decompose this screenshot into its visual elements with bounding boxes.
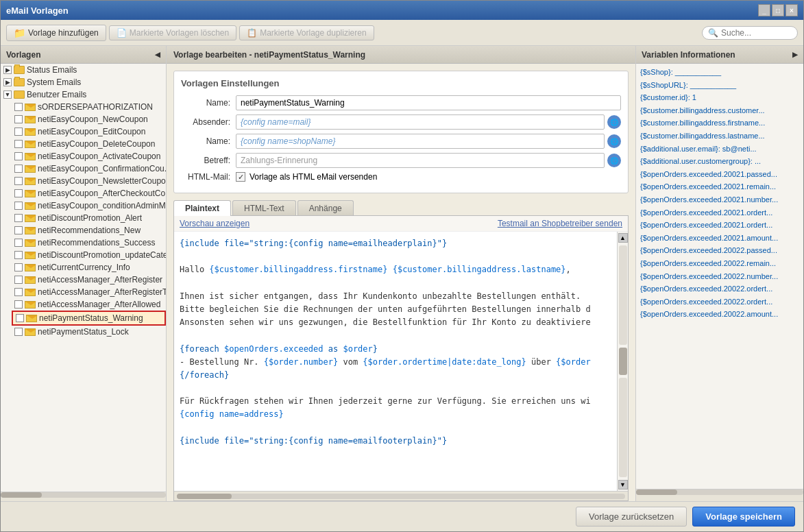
email-icon [25, 202, 36, 210]
globe-icon-2[interactable]: 🌐 [607, 134, 621, 148]
scroll-thumb[interactable] [619, 348, 627, 375]
search-input[interactable] [721, 28, 790, 38]
preview-button[interactable]: Vorschau anzeigen [180, 219, 249, 228]
duplicate-icon: 📋 [247, 28, 257, 38]
list-item[interactable]: netiCurrentCurrency_Info [12, 261, 166, 274]
search-icon: 🔍 [708, 28, 718, 38]
list-item[interactable]: netiEasyCoupon_NewsletterCoupo... [12, 175, 166, 187]
item-label: netiRecommendations_Success [38, 238, 155, 247]
editor-content[interactable]: {include file="string:{config name=email… [174, 232, 617, 491]
tab-anhaenge[interactable]: Anhänge [297, 200, 354, 216]
list-item[interactable]: netiAccessManager_AfterAllowed [12, 298, 166, 311]
list-item[interactable]: netiEasyCoupon_ConfirmationCou... [12, 162, 166, 175]
html-checkbox[interactable] [236, 172, 245, 182]
list-item[interactable]: netiEasyCoupon_EditCoupon [12, 125, 166, 138]
sender-name-row: Name: 🌐 [181, 134, 621, 149]
list-item[interactable]: netiRecommendations_New [12, 224, 166, 237]
item-label: netiDiscountPromotion_updateCate... [38, 250, 166, 260]
item-label: netiEasyCoupon_AfterCheckoutCo... [38, 189, 166, 198]
list-item[interactable]: netiDiscountPromotion_Alert [12, 212, 166, 224]
checkbox-icon [14, 239, 23, 247]
sender-name-label: Name: [181, 136, 236, 146]
reset-button[interactable]: Vorlage zurücksetzen [576, 507, 687, 527]
expand-benutzer-icon[interactable]: ▼ [3, 90, 12, 99]
maximize-button[interactable]: □ [772, 4, 784, 16]
collapse-icon[interactable]: ◀ [155, 51, 160, 58]
html-row: HTML-Mail: Vorlage als HTML eMail versen… [181, 172, 621, 182]
add-icon: 📁 [14, 27, 25, 38]
expand-status-icon[interactable]: ▶ [3, 66, 12, 74]
item-label: netiAccessManager_AfterAllowed [38, 300, 160, 309]
right-panel-scrollbar-h[interactable] [636, 489, 803, 501]
tab-content: Vorschau anzeigen Testmail an Shopbetrei… [173, 215, 629, 501]
checkbox-icon [14, 103, 23, 111]
testmail-button[interactable]: Testmail an Shopbetreiber senden [498, 219, 622, 228]
tab-toolbar: Vorschau anzeigen Testmail an Shopbetrei… [174, 216, 628, 232]
editor-h-scrollbar[interactable] [174, 491, 628, 500]
tab-html-text[interactable]: HTML-Text [232, 200, 296, 216]
variable-item: {$openOrders.exceeded.20021.ordert... [640, 219, 799, 232]
scroll-down-button[interactable]: ▼ [618, 480, 628, 489]
html-checkbox-text: Vorlage als HTML eMail versenden [249, 172, 377, 182]
email-icon [25, 264, 36, 271]
sidebar-item-system-emails[interactable]: ▶ System Emails [1, 76, 166, 88]
expand-right-icon[interactable]: ▶ [792, 51, 798, 58]
list-item[interactable]: sORDERSEPAATHORIZATION [12, 101, 166, 113]
item-label: netiEasyCoupon_DeleteCoupon [38, 139, 155, 149]
tab-bar: Plaintext HTML-Text Anhänge [173, 200, 629, 216]
sender-input[interactable] [236, 114, 605, 130]
globe-icon-1[interactable]: 🌐 [607, 115, 621, 129]
editor-scrollbar[interactable]: ▲ ▼ [617, 232, 628, 491]
email-icon [25, 190, 36, 197]
list-item[interactable]: netiRecommendations_Success [12, 237, 166, 249]
checkbox-icon [14, 288, 23, 296]
tab-plaintext[interactable]: Plaintext [173, 200, 231, 216]
email-icon [25, 276, 36, 284]
sender-label: Absender: [181, 117, 236, 127]
checkbox-icon [14, 152, 23, 160]
sidebar-item-status-emails[interactable]: ▶ Status Emails [1, 64, 166, 76]
item-label: netiPaymentStatus_Lock [38, 327, 129, 337]
item-label: netiEasyCoupon_conditionAdminM... [38, 201, 166, 210]
sidebar-title: Vorlagen [6, 50, 40, 60]
list-item[interactable]: netiDiscountPromotion_updateCate... [12, 249, 166, 261]
list-item[interactable]: netiEasyCoupon_NewCoupon [12, 113, 166, 125]
name-input[interactable] [236, 95, 621, 110]
list-item[interactable]: netiEasyCoupon_conditionAdminM... [12, 200, 166, 212]
sidebar-item-payment-warning[interactable]: netiPaymentStatus_Warning [12, 311, 166, 326]
close-button[interactable]: × [785, 4, 798, 16]
list-item[interactable]: netiEasyCoupon_AfterCheckoutCo... [12, 187, 166, 200]
checkbox-icon [14, 263, 23, 271]
sidebar-header: Vorlagen ◀ [1, 46, 166, 64]
template-settings: Vorlagen Einstellungen Name: Absender: 🌐… [173, 71, 629, 193]
checkbox-icon [14, 177, 23, 185]
globe-icon-3[interactable]: 🌐 [607, 154, 621, 167]
expand-system-icon[interactable]: ▶ [3, 78, 12, 86]
main-window: eMail Vorlagen _ □ × 📁 Vorlage hinzufüge… [0, 0, 804, 532]
email-icon [25, 227, 36, 234]
sidebar-scrollbar-h[interactable] [1, 492, 166, 501]
variable-item: {$openOrders.exceeded.20021.passed... [640, 169, 799, 181]
checkbox-icon [14, 328, 23, 336]
add-template-button[interactable]: 📁 Vorlage hinzufügen [6, 25, 106, 41]
sender-name-input[interactable] [236, 134, 605, 149]
delete-templates-button[interactable]: 📄 Markierte Vorlagen löschen [109, 25, 236, 40]
list-item[interactable]: netiEasyCoupon_DeleteCoupon [12, 138, 166, 150]
sidebar-tree: ▶ Status Emails ▶ System Emails ▼ Benutz… [1, 64, 166, 492]
list-item[interactable]: netiAccessManager_AfterRegister [12, 274, 166, 286]
item-label: netiEasyCoupon_NewsletterCoupo... [38, 176, 166, 186]
checkbox-icon [14, 115, 23, 123]
sidebar-item-benutzer-emails[interactable]: ▼ Benutzer Emails [1, 88, 166, 101]
subject-input[interactable] [236, 153, 605, 168]
list-item[interactable]: netiEasyCoupon_ActivateCoupon [12, 150, 166, 162]
scroll-up-button[interactable]: ▲ [618, 233, 628, 243]
sidebar: Vorlagen ◀ ▶ Status Emails ▶ System Emai… [1, 46, 167, 501]
save-button[interactable]: Vorlage speichern [692, 507, 795, 527]
minimize-button[interactable]: _ [758, 4, 770, 16]
list-item[interactable]: netiAccessManager_AfterRegisterT... [12, 286, 166, 298]
list-item[interactable]: netiPaymentStatus_Lock [12, 326, 166, 338]
tabs-area: Plaintext HTML-Text Anhänge Vorschau anz… [173, 200, 629, 501]
email-icon [25, 215, 36, 222]
system-emails-label: System Emails [27, 77, 81, 87]
duplicate-template-button[interactable]: 📋 Markierte Vorlage duplizieren [239, 25, 374, 40]
